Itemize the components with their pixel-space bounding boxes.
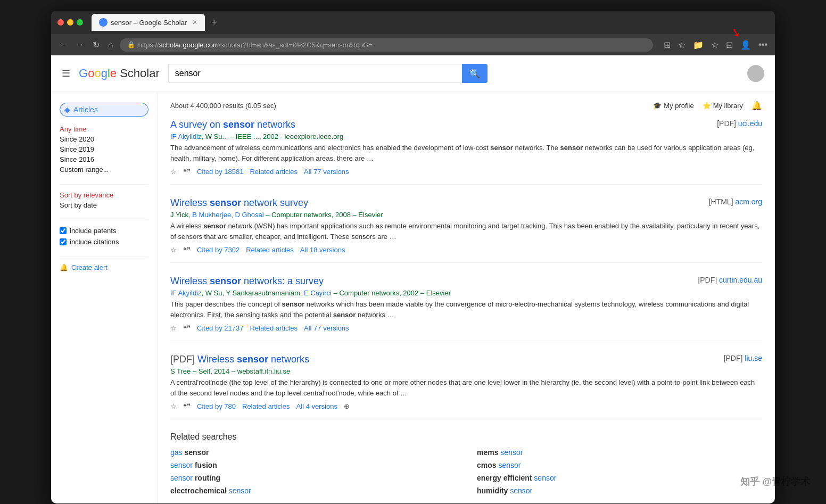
- scholar-logo: Google Scholar: [79, 67, 160, 80]
- collections-icon[interactable]: ⊟: [724, 38, 735, 52]
- result-author-link-2b[interactable]: B Mukherjee: [192, 211, 231, 219]
- result-title-4[interactable]: [PDF] Wireless sensor networks: [170, 354, 762, 365]
- hamburger-menu-icon[interactable]: ☰: [62, 68, 70, 79]
- notifications-icon[interactable]: 🔔: [751, 101, 762, 111]
- my-profile-btn[interactable]: 🎓 My profile: [653, 102, 693, 110]
- cite-icon-3[interactable]: ❝❞: [183, 324, 191, 332]
- home-button[interactable]: ⌂: [106, 38, 115, 52]
- filter-custom-range[interactable]: Custom range...: [60, 166, 148, 173]
- search-input[interactable]: [168, 64, 462, 83]
- filter-since-2016[interactable]: Since 2016: [60, 155, 148, 163]
- cited-by-link-2[interactable]: Cited by 7302: [197, 246, 239, 254]
- sort-by-date[interactable]: Sort by date: [60, 201, 148, 209]
- my-library-btn[interactable]: ⭐ My library: [703, 102, 743, 110]
- pdf-label-3: [PDF]: [698, 276, 717, 284]
- new-tab-button[interactable]: +: [207, 17, 221, 28]
- page-content: ☰ Google Scholar 🔍 ◆ Articles A: [51, 55, 775, 503]
- logo-g: G: [79, 67, 88, 80]
- close-button[interactable]: [57, 19, 64, 26]
- result-actions-2: ☆ ❝❞ Cited by 7302 Related articles All …: [170, 246, 762, 254]
- sidebar-divider-3: [60, 257, 148, 257]
- related-articles-link-1[interactable]: Related articles: [250, 168, 298, 176]
- result-author-link-1a[interactable]: IF Akyildiz: [170, 133, 202, 141]
- profile-icon[interactable]: 👤: [738, 38, 753, 52]
- related-item-gas-sensor[interactable]: gas sensor: [170, 448, 456, 457]
- result-author-link-2c[interactable]: D Ghosal: [235, 211, 263, 219]
- result-item-1: A survey on sensor networks IF Akyildiz,…: [170, 119, 762, 185]
- result-bold-3: sensor: [210, 276, 241, 286]
- result-actions-4: ☆ ❝❞ Cited by 780 Related articles All 4…: [170, 402, 762, 410]
- include-patents-checkbox[interactable]: include patents: [60, 227, 148, 235]
- user-avatar[interactable]: [747, 65, 764, 82]
- url-path: /scholar?hl=en&as_sdt=0%2C5&q=sensor&btn…: [219, 41, 373, 49]
- result-pdf-link-4[interactable]: [PDF] liu.se: [724, 354, 762, 362]
- include-citations-checkbox[interactable]: include citations: [60, 238, 148, 246]
- result-pdf-link-1[interactable]: [PDF] uci.edu: [717, 119, 762, 128]
- cite-icon-4[interactable]: ❝❞: [183, 402, 191, 410]
- cite-icon-1[interactable]: ❝❞: [183, 168, 191, 176]
- related-item-humidity-sensor[interactable]: humidity sensor: [477, 486, 762, 495]
- all-versions-link-2[interactable]: All 18 versions: [300, 246, 345, 254]
- more-options-icon-4[interactable]: ⊕: [344, 402, 350, 410]
- filter-since-2019[interactable]: Since 2019: [60, 145, 148, 153]
- cited-by-link-4[interactable]: Cited by 780: [197, 402, 236, 410]
- address-bar: ← → ↻ ⌂ 🔒 https://scholar.google.com/sch…: [51, 34, 775, 55]
- tab-close-icon[interactable]: ✕: [192, 19, 197, 26]
- related-item-energy-efficient-sensor[interactable]: energy efficient sensor: [477, 474, 762, 482]
- related-item-sensor-fusion[interactable]: sensor fusion: [170, 461, 456, 469]
- star-icon-1[interactable]: ☆: [170, 168, 177, 176]
- browser-window: sensor – Google Scholar ✕ + ← → ↻ ⌂ 🔒 ht…: [51, 11, 775, 503]
- url-bar[interactable]: 🔒 https://scholar.google.com/scholar?hl=…: [120, 38, 654, 52]
- related-articles-link-3[interactable]: Related articles: [250, 324, 298, 332]
- back-button[interactable]: ←: [56, 38, 69, 52]
- cite-icon-2[interactable]: ❝❞: [183, 246, 191, 254]
- maximize-button[interactable]: [77, 19, 83, 26]
- all-versions-link-1[interactable]: All 77 versions: [304, 168, 349, 176]
- search-button[interactable]: 🔍: [462, 64, 488, 83]
- share-icon[interactable]: ☆: [709, 38, 721, 52]
- url-text: https://scholar.google.com/scholar?hl=en…: [138, 41, 646, 49]
- more-menu-icon[interactable]: •••: [756, 38, 770, 52]
- related-item-sensor-routing[interactable]: sensor routing: [170, 474, 456, 482]
- related-item-electrochemical-sensor[interactable]: electrochemical sensor: [170, 486, 456, 495]
- result-author-link-3a[interactable]: IF Akyildiz: [170, 289, 202, 297]
- sort-by-relevance[interactable]: Sort by relevance: [60, 191, 148, 199]
- related-articles-link-2[interactable]: Related articles: [246, 246, 294, 254]
- forward-button[interactable]: →: [73, 38, 86, 52]
- sidebar-divider-2: [60, 220, 148, 220]
- bookmark-star-icon[interactable]: ☆: [676, 38, 688, 52]
- star-icon-2[interactable]: ☆: [170, 246, 177, 254]
- filter-any-time[interactable]: Any time: [60, 125, 148, 133]
- filter-since-2020[interactable]: Since 2020: [60, 135, 148, 143]
- related-item-cmos-sensor[interactable]: cmos sensor: [477, 461, 762, 469]
- pdf-label-1: [PDF]: [717, 119, 736, 128]
- minimize-button[interactable]: [67, 19, 73, 26]
- top-actions: 🎓 My profile ⭐ My library 🔔: [653, 101, 762, 111]
- split-view-icon[interactable]: ⊞: [662, 38, 673, 52]
- result-title-3[interactable]: Wireless sensor networks: a survey: [170, 276, 762, 287]
- star-icon-3[interactable]: ☆: [170, 324, 177, 332]
- result-author-link-3b[interactable]: E Cayirci: [304, 289, 332, 297]
- star-icon-4[interactable]: ☆: [170, 402, 177, 410]
- all-versions-link-4[interactable]: All 4 versions: [296, 402, 337, 410]
- result-meta-3: IF Akyildiz, W Su, Y Sankarasubramaniam,…: [170, 289, 762, 297]
- result-title-1[interactable]: A survey on sensor networks: [170, 119, 762, 130]
- cited-by-link-3[interactable]: Cited by 21737: [197, 324, 243, 332]
- related-articles-link-4[interactable]: Related articles: [242, 402, 290, 410]
- bell-icon: 🔔: [60, 263, 68, 271]
- result-snippet-1: The advancement of wireless communicatio…: [170, 143, 762, 163]
- title-bar: sensor – Google Scholar ✕ +: [51, 11, 775, 34]
- folder-icon[interactable]: 📁: [691, 38, 706, 52]
- refresh-button[interactable]: ↻: [90, 38, 102, 52]
- result-bold-2: sensor: [210, 197, 241, 208]
- all-versions-link-3[interactable]: All 77 versions: [304, 324, 349, 332]
- create-alert[interactable]: 🔔 Create alert: [60, 263, 148, 271]
- active-tab[interactable]: sensor – Google Scholar ✕: [92, 14, 205, 31]
- result-pdf-link-3[interactable]: [PDF] curtin.edu.au: [698, 276, 762, 284]
- result-pdf-link-2[interactable]: [HTML] acm.org: [709, 197, 762, 206]
- logo-scholar: Scholar: [120, 67, 160, 80]
- results-count-text: About 4,400,000 results: [170, 102, 245, 110]
- related-item-mems-sensor[interactable]: mems sensor: [477, 448, 762, 457]
- result-title-2[interactable]: Wireless sensor network survey: [170, 197, 762, 209]
- cited-by-link-1[interactable]: Cited by 18581: [197, 168, 243, 176]
